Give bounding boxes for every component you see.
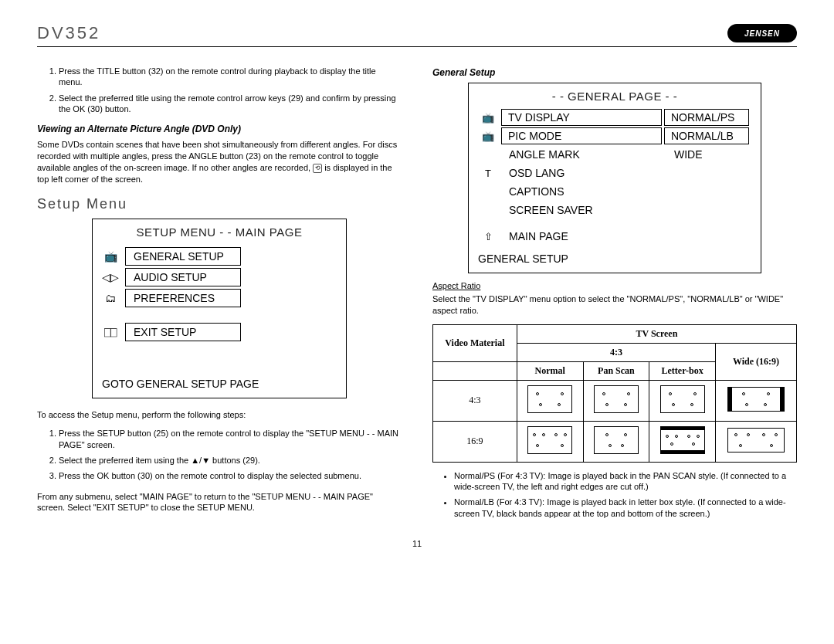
- gp-row: CAPTIONS: [475, 183, 751, 200]
- model-number: DV352: [37, 23, 100, 43]
- menu-title: SETUP MENU - - MAIN PAGE: [93, 219, 346, 242]
- step-item: Press the TITLE button (32) on the remot…: [59, 66, 402, 88]
- row-label: 4:3: [433, 380, 517, 421]
- gp-row: 📺 TV DISPLAY NORMAL/PS: [475, 109, 751, 126]
- general-page-title: - - GENERAL PAGE - -: [469, 83, 761, 106]
- diagram-cell: [715, 380, 796, 421]
- gp-value: NORMAL/LB: [664, 127, 749, 144]
- blank-icon: [475, 183, 501, 200]
- angle-icon: ⟲: [313, 164, 322, 173]
- general-page-diagram: - - GENERAL PAGE - - 📺 TV DISPLAY NORMAL…: [468, 83, 761, 273]
- th-video-material: Video Material: [433, 324, 517, 361]
- gp-label: TV DISPLAY: [501, 109, 662, 126]
- gp-row: ⇧ MAIN PAGE: [475, 228, 751, 245]
- menu-row: ⎕⎕ EXIT SETUP: [96, 323, 340, 341]
- audio-icon: ◁▷: [96, 268, 125, 286]
- gp-footer: GENERAL SETUP: [469, 248, 761, 266]
- menu-item: PREFERENCES: [125, 289, 241, 307]
- gp-label: PIC MODE: [501, 127, 662, 144]
- gp-label: SCREEN SAVER: [501, 202, 751, 219]
- step-item: Press the SETUP button (25) on the remot…: [59, 428, 402, 450]
- blank-icon: [475, 146, 501, 163]
- left-column: Press the TITLE button (32) on the remot…: [37, 61, 402, 524]
- menu-item: EXIT SETUP: [125, 323, 241, 341]
- setup-steps: Press the SETUP button (25) on the remot…: [37, 428, 402, 481]
- th-blank: [433, 361, 517, 380]
- text-icon: T: [475, 164, 501, 181]
- step-item: Press the OK button (30) on the remote c…: [59, 470, 402, 481]
- diagram-cell: [517, 421, 583, 462]
- prefs-icon: 🗂: [96, 289, 125, 307]
- diagram-cell: [517, 380, 583, 421]
- page-header: DV352 JENSEN: [37, 23, 797, 47]
- menu-footer: GOTO GENERAL SETUP PAGE: [93, 370, 346, 398]
- angle-body: Some DVDs contain scenes that have been …: [37, 139, 402, 185]
- access-text: To access the Setup menu, perform the fo…: [37, 409, 402, 421]
- gp-value: WIDE: [666, 146, 751, 163]
- gp-row: 📺 PIC MODE NORMAL/LB: [475, 127, 751, 144]
- gp-main-page: MAIN PAGE: [501, 228, 751, 245]
- brand-logo: JENSEN: [727, 24, 797, 42]
- th-43: 4:3: [517, 343, 715, 361]
- th-wide: Wide (16:9): [715, 343, 796, 380]
- menu-row: 🗂 PREFERENCES: [96, 289, 340, 307]
- step-item: Select the preferred title using the rem…: [59, 93, 402, 115]
- menu-row: ◁▷ AUDIO SETUP: [96, 268, 340, 286]
- title-menu-steps: Press the TITLE button (32) on the remot…: [37, 66, 402, 114]
- diagram-cell: [583, 421, 649, 462]
- setup-menu-diagram: SETUP MENU - - MAIN PAGE 📺 GENERAL SETUP…: [92, 219, 347, 398]
- tv-icon: 📺: [96, 247, 125, 266]
- aspect-ratio-body: Select the "TV DISPLAY" menu option to s…: [432, 293, 797, 317]
- diagram-cell: [583, 380, 649, 421]
- aspect-ratio-table: Video Material TV Screen 4:3 Wide (16:9)…: [432, 324, 797, 463]
- tv-icon: 📺: [475, 127, 501, 144]
- table-row: 4:3: [433, 380, 797, 421]
- diagram-cell: [649, 421, 716, 462]
- angle-heading: Viewing an Alternate Picture Angle (DVD …: [37, 124, 402, 134]
- step-item: Select the preferred item using the ▲/▼ …: [59, 455, 402, 466]
- blank-icon: [475, 202, 501, 219]
- menu-item: GENERAL SETUP: [125, 247, 241, 266]
- up-arrow-icon: ⇧: [475, 228, 501, 245]
- th-letterbox: Letter-box: [649, 361, 716, 380]
- th-panscan: Pan Scan: [583, 361, 649, 380]
- return-text: From any submenu, select "MAIN PAGE" to …: [37, 491, 402, 514]
- bullet-item: Normal/LB (For 4:3 TV): Image is played …: [454, 497, 797, 519]
- gp-row: ANGLE MARK WIDE: [475, 146, 751, 163]
- angle-text-2: available angles of the on-screen image.…: [37, 163, 313, 172]
- aspect-ratio-heading: Aspect Ratio: [432, 281, 797, 290]
- page-number: 11: [37, 539, 797, 548]
- th-normal: Normal: [517, 361, 583, 380]
- diagram-cell: [715, 421, 796, 462]
- gp-row: T OSD LANG: [475, 164, 751, 181]
- content-columns: Press the TITLE button (32) on the remot…: [37, 61, 797, 524]
- menu-row: 📺 GENERAL SETUP: [96, 247, 340, 266]
- gp-label: OSD LANG: [501, 164, 751, 181]
- row-label: 16:9: [433, 421, 517, 462]
- th-tv-screen: TV Screen: [517, 324, 796, 343]
- bullet-item: Normal/PS (For 4:3 TV): Image is played …: [454, 470, 797, 493]
- aspect-bullets: Normal/PS (For 4:3 TV): Image is played …: [432, 470, 797, 519]
- gp-row: SCREEN SAVER: [475, 202, 751, 219]
- exit-icon: ⎕⎕: [96, 323, 125, 341]
- tv-icon: 📺: [475, 109, 501, 126]
- setup-menu-title: Setup Menu: [37, 196, 402, 212]
- right-column: General Setup - - GENERAL PAGE - - 📺 TV …: [432, 61, 797, 524]
- gp-label: CAPTIONS: [501, 183, 751, 200]
- angle-text-1: Some DVDs contain scenes that have been …: [37, 140, 397, 161]
- gp-value: NORMAL/PS: [664, 109, 749, 126]
- gp-label: ANGLE MARK: [501, 146, 666, 163]
- menu-item: AUDIO SETUP: [125, 268, 241, 286]
- table-row: 16:9: [433, 421, 797, 462]
- diagram-cell: [649, 380, 716, 421]
- general-setup-heading: General Setup: [432, 67, 797, 78]
